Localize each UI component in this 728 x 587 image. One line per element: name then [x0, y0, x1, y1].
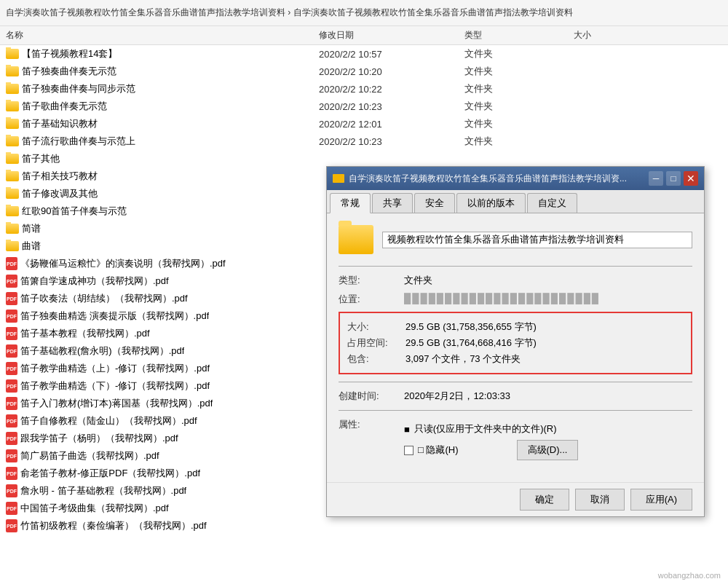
pdf-icon: PDF [6, 362, 17, 375]
table-row[interactable]: 笛子歌曲伴奏无示范2020/2/2 10:23文件夹 [0, 98, 728, 115]
dialog-tabs: 常规共享安全以前的版本自定义 [327, 190, 704, 213]
cell-name: 笛子修改调及其他 [0, 187, 313, 200]
hidden-row: □ 隐藏(H) 高级(D)... [404, 440, 692, 460]
created-value: 2020年2月2日，12:03:33 [404, 390, 692, 403]
dialog-footer: 确定 取消 应用(A) [327, 482, 704, 516]
file-name: 笛子吹奏法（胡结续）（我帮找网）.pdf [20, 292, 188, 305]
pdf-icon: PDF [6, 327, 17, 340]
close-button[interactable]: ✕ [684, 171, 698, 186]
size-label: 大小: [347, 320, 405, 334]
file-name: 中国笛子考级曲集（我帮找网）.pdf [20, 502, 169, 515]
folder-icon [6, 84, 19, 94]
pdf-icon: PDF [6, 397, 17, 410]
folder-icon [6, 206, 19, 216]
cell-name: PDF笛子教学曲精选（下）-修订（我帮找网）.pdf [0, 379, 313, 393]
properties-dialog[interactable]: 自学演奏吹笛子视频教程吹竹笛全集乐器音乐曲谱笛声指法教学培训资... ─ □ ✕… [326, 166, 705, 517]
dialog-tab-共享[interactable]: 共享 [372, 193, 413, 213]
table-row[interactable]: 【笛子视频教程14套】2020/2/2 10:57文件夹 [0, 45, 728, 63]
advanced-button[interactable]: 高级(D)... [517, 440, 579, 460]
file-name: 笛子相关技巧教材 [22, 170, 98, 183]
readonly-checkbox[interactable]: ■ [404, 424, 410, 435]
col-header-date[interactable]: 修改日期 [313, 29, 459, 42]
type-value: 文件夹 [404, 274, 692, 287]
file-name: 简谱 [22, 222, 41, 235]
file-name: 笛子其他 [22, 152, 60, 165]
folder-icon [6, 119, 19, 129]
pdf-icon: PDF [6, 484, 17, 497]
file-name: 笛子流行歌曲伴奏与示范上 [22, 135, 135, 148]
col-header-name[interactable]: 名称 [0, 29, 313, 42]
pdf-icon: PDF [6, 275, 17, 288]
cell-name: PDF笛子入门教材(增订本)蒋国基（我帮找网）.pdf [0, 397, 313, 410]
cell-name: PDF笛子基本教程（我帮找网）.pdf [0, 327, 313, 340]
file-name: 笛子独奏曲伴奏与同步示范 [22, 82, 135, 95]
apply-button[interactable]: 应用(A) [630, 489, 692, 511]
file-name: 笛子独奏曲精选 演奏提示版（我帮找网）.pdf [20, 310, 209, 323]
folder-header-row [339, 225, 692, 254]
contains-row: 包含: 3,097 个文件，73 个文件夹 [347, 352, 684, 366]
file-name: 笛子修改调及其他 [22, 187, 98, 200]
cell-name: PDF笛子教学曲精选（上）-修订（我帮找网）.pdf [0, 362, 313, 375]
size-row: 大小: 29.5 GB (31,758,356,655 字节) [347, 320, 684, 334]
file-name: 简广易笛子曲选（我帮找网）.pdf [20, 449, 159, 462]
minimize-button[interactable]: ─ [649, 171, 663, 186]
highlight-box: 大小: 29.5 GB (31,758,356,655 字节) 占用空间: 29… [339, 312, 692, 374]
type-row: 类型: 文件夹 [339, 274, 692, 287]
cell-type: 文件夹 [459, 65, 568, 78]
cell-name: PDF竹笛初级教程（秦俭编著）（我帮找网）.pdf [0, 519, 313, 532]
cancel-button[interactable]: 取消 [575, 489, 625, 511]
file-name: 笛子教学曲精选（下）-修订（我帮找网）.pdf [20, 379, 210, 393]
col-header-type[interactable]: 类型 [459, 29, 568, 42]
dialog-tab-以前的版本[interactable]: 以前的版本 [456, 193, 526, 213]
file-name: 笛子基础知识教材 [22, 117, 98, 130]
cell-date: 2020/2/2 10:57 [313, 49, 459, 60]
cell-name: PDF詹永明 - 笛子基础教程（我帮找网）.pdf [0, 484, 313, 497]
cell-date: 2020/2/2 12:01 [313, 119, 459, 130]
table-row[interactable]: 笛子其他 [0, 150, 728, 168]
contains-value: 3,097 个文件，73 个文件夹 [405, 352, 684, 366]
col-header-size[interactable]: 大小 [568, 29, 655, 42]
dialog-title-text: 自学演奏吹笛子视频教程吹竹笛全集乐器音乐曲谱笛声指法教学培训资... [349, 173, 646, 185]
folder-name-input[interactable] [382, 232, 692, 248]
ok-button[interactable]: 确定 [520, 489, 569, 511]
file-name: 《扬鞭催马运粮忙》的演奏说明（我帮找网）.pdf [20, 257, 226, 270]
cell-name: 笛子歌曲伴奏无示范 [0, 100, 313, 113]
pdf-icon: PDF [6, 519, 17, 532]
file-name: 笛子独奏曲伴奏无示范 [22, 65, 116, 78]
table-row[interactable]: PDF竹笛初级教程（秦俭编著）（我帮找网）.pdf [0, 517, 728, 535]
table-row[interactable]: 笛子流行歌曲伴奏与示范上2020/2/2 10:23文件夹 [0, 133, 728, 150]
breadcrumb[interactable]: 自学演奏吹笛子视频教程吹竹笛全集乐器音乐曲谱笛声指法教学培训资料 › 自学演奏吹… [0, 0, 728, 26]
dialog-content: 类型: 文件夹 位置: ████████████████████████ 大小:… [327, 213, 704, 482]
folder-icon [6, 136, 19, 146]
dialog-tab-常规[interactable]: 常规 [330, 193, 371, 213]
cell-name: 红歌90首笛子伴奏与示范 [0, 205, 313, 218]
readonly-row: ■ 只读(仅应用于文件夹中的文件)(R) [404, 422, 692, 436]
file-name: 笛子教学曲精选（上）-修订（我帮找网）.pdf [20, 362, 210, 375]
cell-date: 2020/2/2 10:23 [313, 101, 459, 112]
breadcrumb-text: 自学演奏吹笛子视频教程吹竹笛全集乐器音乐曲谱笛声指法教学培训资料 › 自学演奏吹… [6, 7, 573, 19]
hidden-checkbox[interactable] [404, 446, 414, 455]
dialog-tab-自定义[interactable]: 自定义 [527, 193, 577, 213]
folder-icon [6, 171, 19, 181]
cell-name: 【笛子视频教程14套】 [0, 47, 313, 60]
pdf-icon: PDF [6, 449, 17, 462]
folder-icon [6, 154, 19, 164]
file-name: 曲谱 [22, 240, 41, 253]
cell-name: PDF笛子吹奏法（胡结续）（我帮找网）.pdf [0, 292, 313, 305]
table-row[interactable]: 笛子独奏曲伴奏与同步示范2020/2/2 10:22文件夹 [0, 80, 728, 98]
cell-name: PDF中国笛子考级曲集（我帮找网）.pdf [0, 502, 313, 515]
cell-name: 笛子独奏曲伴奏与同步示范 [0, 82, 313, 95]
table-row[interactable]: 笛子基础知识教材2020/2/2 12:01文件夹 [0, 115, 728, 133]
file-name: 【笛子视频教程14套】 [22, 47, 117, 60]
file-name: 笛子基础教程(詹永明)（我帮找网）.pdf [20, 344, 184, 358]
location-value: ████████████████████████ [404, 293, 692, 306]
pdf-icon: PDF [6, 502, 17, 515]
cell-name: PDF跟我学笛子（杨明）（我帮找网）.pdf [0, 432, 313, 445]
disk-row: 占用空间: 29.5 GB (31,764,668,416 字节) [347, 336, 684, 350]
cell-type: 文件夹 [459, 117, 568, 130]
cell-type: 文件夹 [459, 135, 568, 148]
table-row[interactable]: 笛子独奏曲伴奏无示范2020/2/2 10:20文件夹 [0, 63, 728, 80]
dialog-tab-安全[interactable]: 安全 [414, 193, 455, 213]
maximize-button[interactable]: □ [666, 171, 681, 186]
cell-name: 笛子其他 [0, 152, 313, 165]
